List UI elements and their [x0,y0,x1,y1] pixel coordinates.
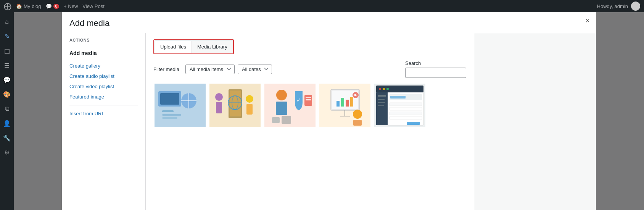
admin-bar-comments[interactable]: 💬 0 [46,3,60,9]
svg-point-44 [379,88,381,90]
svg-rect-6 [162,110,174,112]
modal-right-panel [474,33,596,210]
actions-section-label: Actions [62,33,145,45]
svg-rect-38 [353,120,362,126]
svg-text:✓: ✓ [296,97,301,103]
svg-rect-33 [346,100,349,107]
sidebar-icon-tools[interactable]: 🔧 [0,131,14,144]
search-input[interactable] [405,68,466,78]
svg-rect-47 [376,92,388,125]
sidebar-icon-appearance[interactable]: 🎨 [0,88,14,101]
media-thumbnail-2 [209,84,261,127]
modal-sidebar-panel: Actions Add media Create gallery Create … [62,33,146,210]
svg-point-12 [215,93,223,101]
media-thumbnail-5 [374,84,425,127]
filter-left: Filter media All media items All dates [153,65,272,74]
sidebar-icon-plugins[interactable]: ⧉ [0,102,14,115]
admin-bar: ⨁ 🏠 My blog 💬 0 + New View Post Howdy, a… [0,0,644,12]
svg-rect-50 [378,102,385,103]
media-type-select[interactable]: All media items [185,65,235,74]
admin-bar-new[interactable]: + New [64,3,78,9]
svg-rect-56 [390,112,422,115]
sidebar-icon-posts[interactable]: ✎ [0,30,14,43]
howdy-label: Howdy, admin [597,3,628,9]
media-item-1[interactable] [153,82,207,128]
svg-rect-24 [306,97,311,98]
media-thumbnail-1 [155,84,206,127]
create-gallery-link[interactable]: Create gallery [62,61,145,71]
svg-rect-49 [378,99,385,100]
modal-title-bar: Add media × [62,12,596,33]
sidebar: ⌂ ✎ ◫ ☰ 💬 🎨 ⧉ 👤 🔧 ⚙ [0,12,14,210]
admin-bar-view-post[interactable]: View Post [82,3,105,9]
modal-title-text: Add media [69,18,109,28]
wp-logo-icon[interactable]: ⨁ [4,2,11,11]
svg-rect-57 [390,116,422,120]
media-thumbnail-3: ✓ [264,84,316,127]
sidebar-icon-media[interactable]: ◫ [0,44,14,57]
sidebar-divider [69,105,138,105]
svg-point-45 [383,88,385,90]
insert-from-url-link[interactable]: Insert from URL [62,108,145,119]
sidebar-icon-dashboard[interactable]: ⌂ [0,15,14,28]
filter-label: Filter media [153,66,179,72]
create-video-playlist-link[interactable]: Create video playlist [62,81,145,92]
media-item-3[interactable]: ✓ [263,82,317,128]
svg-rect-27 [282,116,291,124]
svg-rect-13 [216,102,222,113]
add-media-label: Add media [62,45,145,61]
svg-rect-51 [378,105,384,106]
svg-rect-11 [230,90,241,116]
svg-point-37 [353,110,362,119]
svg-point-20 [276,90,287,100]
admin-bar-left: ⨁ 🏠 My blog 💬 0 + New View Post [4,2,591,11]
comment-icon: 💬 [46,3,52,9]
svg-rect-2 [160,93,179,105]
modal-close-button[interactable]: × [585,17,590,24]
media-thumbnail-4 [319,84,370,127]
svg-rect-21 [276,102,287,115]
svg-point-14 [246,95,253,103]
sidebar-icon-pages[interactable]: ☰ [0,59,14,72]
admin-bar-right: Howdy, admin [597,2,640,11]
filter-row: Filter media All media items All dates S… [146,54,474,82]
media-item-4[interactable] [318,82,372,128]
svg-rect-53 [390,96,406,99]
featured-image-link[interactable]: Featured image [62,92,145,102]
media-library-tab[interactable]: Media Library [192,40,233,53]
svg-rect-15 [246,104,253,115]
tabs-row: Upload files Media Library [146,33,474,54]
sidebar-icon-users[interactable]: 👤 [0,117,14,130]
admin-bar-site-title[interactable]: 🏠 My blog [16,3,41,9]
media-item-5[interactable] [373,82,427,128]
svg-rect-58 [407,122,420,125]
create-audio-playlist-link[interactable]: Create audio playlist [62,71,145,81]
svg-rect-26 [272,117,280,123]
svg-rect-54 [390,103,422,106]
upload-files-tab[interactable]: Upload files [155,40,192,53]
sidebar-icon-settings[interactable]: ⚙ [0,146,14,159]
date-filter-select[interactable]: All dates [238,65,272,74]
main-wrapper: Add media × Actions Add media Create gal… [14,12,644,210]
search-box-wrapper: Search [405,60,466,78]
svg-rect-55 [390,107,422,110]
media-grid: ✓ [146,82,474,136]
svg-rect-7 [162,114,181,116]
modal-body: Actions Add media Create gallery Create … [62,33,596,210]
svg-rect-8 [162,117,177,119]
media-item-2[interactable] [208,82,262,128]
sidebar-icon-comments[interactable]: 💬 [0,73,14,86]
svg-rect-34 [350,97,353,107]
add-media-modal: Add media × Actions Add media Create gal… [62,12,596,210]
admin-avatar [631,2,640,11]
svg-rect-48 [378,95,386,97]
site-icon: 🏠 [16,3,22,9]
modal-main-content: Upload files Media Library Filter media … [146,33,474,210]
svg-point-46 [386,88,389,90]
svg-rect-25 [306,99,311,100]
tabs-outline: Upload files Media Library [153,39,234,54]
svg-rect-31 [336,101,340,107]
modal-overlay: Add media × Actions Add media Create gal… [14,12,644,210]
svg-rect-32 [341,98,344,107]
search-label: Search [405,60,466,66]
